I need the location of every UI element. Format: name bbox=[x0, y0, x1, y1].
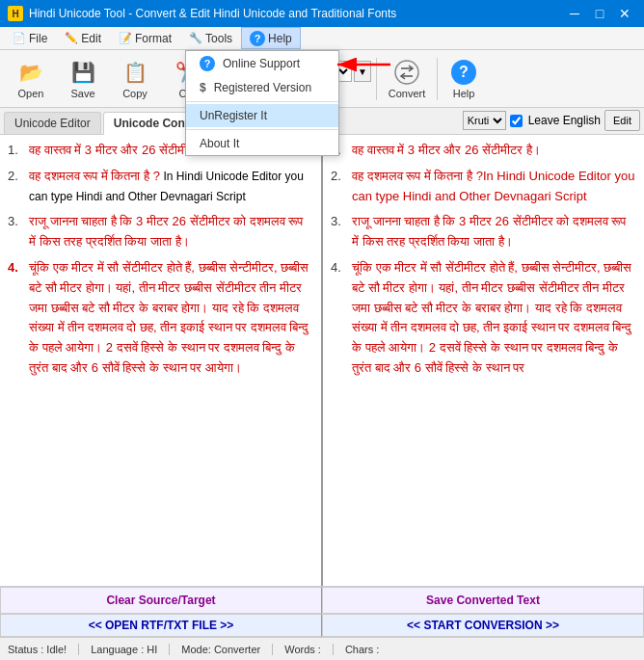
right-text-4: चूंकि एक मीटर में सौ सेंटीमीटर होते हैं,… bbox=[352, 258, 636, 379]
right-item-4: 4. चूंकि एक मीटर में सौ सेंटीमीटर होते ह… bbox=[331, 258, 636, 379]
help-about-it[interactable]: About It bbox=[186, 132, 338, 155]
right-text-3: राजू जानना चाहता है कि 3 मीटर 26 सेंटीमी… bbox=[352, 212, 636, 252]
save-icon: 💾 bbox=[69, 59, 96, 86]
help-unregister-it[interactable]: UnRegister It bbox=[186, 104, 338, 127]
toolbar-separator-2 bbox=[376, 58, 377, 100]
help-online-support[interactable]: ? Online Support bbox=[186, 51, 338, 76]
left-item-2: 2. वह दशमलव रूप में कितना है ? In Hindi … bbox=[8, 167, 313, 207]
registered-icon: $ bbox=[200, 81, 206, 94]
svg-point-2 bbox=[395, 61, 418, 84]
left-text-4: चूंकि एक मीटर में सौ सेंटीमीटर होते हैं,… bbox=[29, 258, 313, 379]
menu-separator-2 bbox=[186, 129, 338, 130]
help-toolbar-button[interactable]: ? Help bbox=[443, 54, 485, 104]
open-icon: 📂 bbox=[17, 59, 44, 86]
menu-format[interactable]: 📝 Format bbox=[110, 27, 180, 49]
status-language: Language : HI bbox=[91, 644, 170, 655]
edit-button[interactable]: Edit bbox=[604, 110, 640, 131]
menu-help[interactable]: ? Help bbox=[241, 27, 301, 49]
copy-icon: 📋 bbox=[121, 59, 148, 86]
online-support-icon: ? bbox=[200, 56, 215, 71]
right-item-2: 2. वह दशमलव रूप में कितना है ?In Hindi U… bbox=[331, 167, 636, 207]
tabs-font-select[interactable]: Kruti bbox=[463, 111, 506, 130]
font-dropdown-arrow[interactable]: ▼ bbox=[354, 61, 371, 82]
maximize-button[interactable]: □ bbox=[588, 4, 611, 23]
toolbar-separator-3 bbox=[437, 58, 438, 100]
help-toolbar-icon: ? bbox=[450, 59, 477, 86]
right-editor-pane[interactable]: 1. वह वास्तव में 3 मीटर और 26 सेंटीमीटर … bbox=[323, 135, 644, 586]
tabs-right-controls: Kruti Leave English Edit bbox=[463, 110, 640, 134]
minimize-button[interactable]: ─ bbox=[563, 4, 586, 23]
right-text-2: वह दशमलव रूप में कितना है ?In Hindi Unic… bbox=[352, 167, 636, 207]
leave-english-checkbox[interactable] bbox=[510, 115, 523, 127]
save-converted-button[interactable]: Save Converted Text bbox=[322, 587, 644, 614]
status-idle: Status : Idle! bbox=[8, 644, 79, 655]
menu-bar: 📄 File ✏️ Edit 📝 Format 🔧 Tools ? Help ?… bbox=[0, 27, 644, 50]
left-item-3: 3. राजू जानना चाहता है कि 3 मीटर 26 सेंट… bbox=[8, 212, 313, 252]
main-content: 1. वह वास्तव में 3 मीटर और 26 सेंटीमीटर … bbox=[0, 135, 644, 587]
bottom-buttons-row1: Clear Source/Target Save Converted Text bbox=[0, 587, 644, 614]
left-text-2-hindi: वह दशमलव रूप में कितना है ? bbox=[29, 169, 160, 183]
file-icon: 📄 bbox=[13, 32, 26, 44]
status-bar: Status : Idle! Language : HI Mode: Conve… bbox=[0, 637, 644, 660]
title-bar: H Hindi Unicode Tool - Convert & Edit Hi… bbox=[0, 0, 644, 27]
save-button[interactable]: 💾 Save bbox=[58, 54, 108, 104]
menu-file[interactable]: 📄 File bbox=[4, 27, 56, 49]
tab-unicode-editor[interactable]: Unicode Editor bbox=[4, 112, 101, 134]
right-text-1: वह वास्तव में 3 मीटर और 26 सेंटीमीटर है। bbox=[352, 141, 541, 161]
help-dropdown: ? Online Support $ Registered Version Un… bbox=[185, 50, 339, 156]
format-icon: 📝 bbox=[119, 32, 132, 44]
right-item-1: 1. वह वास्तव में 3 मीटर और 26 सेंटीमीटर … bbox=[331, 141, 636, 161]
bottom-buttons-row2: << OPEN RTF/TXT FILE >> << START CONVERS… bbox=[0, 614, 644, 637]
open-rtf-button[interactable]: << OPEN RTF/TXT FILE >> bbox=[0, 614, 322, 637]
tools-icon: 🔧 bbox=[189, 32, 202, 44]
leave-english-label: Leave English bbox=[528, 114, 601, 127]
app-title: Hindi Unicode Tool - Convert & Edit Hind… bbox=[29, 7, 563, 20]
right-item-3: 3. राजू जानना चाहता है कि 3 मीटर 26 सेंट… bbox=[331, 212, 636, 252]
menu-edit[interactable]: ✏️ Edit bbox=[56, 27, 110, 49]
open-button[interactable]: 📂 Open bbox=[6, 54, 56, 104]
left-item-4: 4. चूंकि एक मीटर में सौ सेंटीमीटर होते ह… bbox=[8, 258, 313, 379]
status-words: Words : bbox=[284, 644, 334, 655]
convert-button[interactable]: Convert bbox=[382, 54, 432, 104]
menu-separator bbox=[186, 101, 338, 102]
clear-source-button[interactable]: Clear Source/Target bbox=[0, 587, 322, 614]
menu-tools[interactable]: 🔧 Tools bbox=[180, 27, 241, 49]
help-circle-icon: ? bbox=[250, 31, 265, 46]
app-icon: H bbox=[8, 6, 23, 21]
status-chars: Chars : bbox=[345, 644, 390, 655]
start-conversion-button[interactable]: << START CONVERSION >> bbox=[322, 614, 644, 637]
left-editor-pane[interactable]: 1. वह वास्तव में 3 मीटर और 26 सेंटीमीटर … bbox=[0, 135, 323, 586]
edit-icon: ✏️ bbox=[65, 32, 78, 44]
close-button[interactable]: ✕ bbox=[613, 4, 636, 23]
window-controls: ─ □ ✕ bbox=[563, 4, 636, 23]
copy-button[interactable]: 📋 Copy bbox=[110, 54, 160, 104]
left-text-3: राजू जानना चाहता है कि 3 मीटर 26 सेंटीमी… bbox=[29, 212, 313, 252]
convert-icon bbox=[393, 59, 420, 86]
status-mode: Mode: Converter bbox=[181, 644, 273, 655]
help-registered-version[interactable]: $ Registered Version bbox=[186, 76, 338, 99]
